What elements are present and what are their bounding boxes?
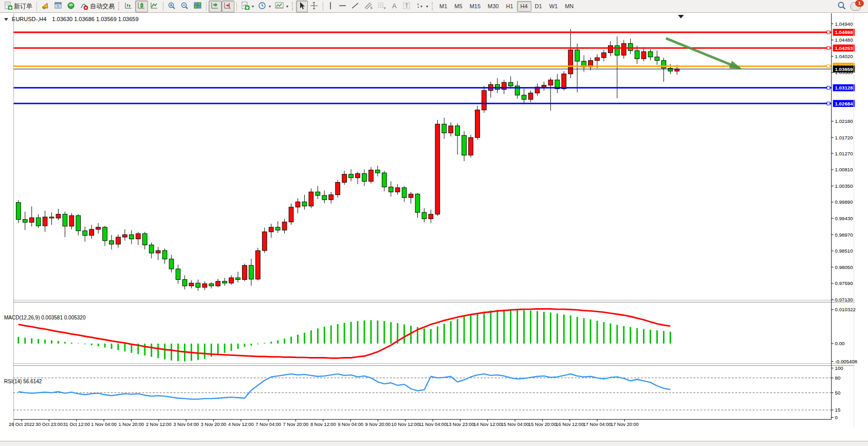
horn-button[interactable] (39, 1, 52, 12)
timeframe-mn-button[interactable]: MN (561, 1, 577, 12)
timeframe-m30-button[interactable]: M30 (484, 1, 502, 12)
candle (162, 248, 167, 264)
arrows-tool-button[interactable]: ▾ (413, 1, 430, 12)
new-order-button[interactable]: 新订单 (2, 1, 34, 12)
tile-windows-icon (193, 2, 202, 11)
date-tick-label: 17 Nov 20:00 (611, 422, 639, 427)
horizontal-line-object[interactable]: 1.04253 (13, 45, 855, 52)
cursor-button[interactable] (296, 1, 308, 12)
candle (409, 192, 413, 204)
price-tick-label: 0.97590 (835, 280, 854, 286)
candlestick-chart-button[interactable] (135, 1, 148, 12)
macd-axis-label: -0.005408 (835, 359, 858, 364)
candle (462, 131, 467, 161)
trend-arrow-annotation[interactable] (666, 38, 743, 69)
chart-title: EURUSD-,H4 1.03630 1.03686 1.03569 1.036… (4, 16, 139, 22)
timeframe-h4-button[interactable]: H4 (517, 1, 531, 12)
trendline-tool-button[interactable] (349, 1, 362, 12)
candle (302, 195, 307, 210)
chart-shift-marker-icon[interactable] (678, 15, 684, 19)
timeframe-d1-button[interactable]: D1 (531, 1, 546, 12)
candle (429, 209, 433, 223)
price-tick-label: 1.04020 (835, 53, 854, 59)
candle (49, 212, 54, 225)
candle (249, 259, 254, 286)
autotrading-button[interactable]: 自动交易 (78, 1, 117, 12)
horizontal-line-object[interactable]: 1.03128 (13, 84, 855, 92)
zoom-in-button[interactable] (165, 1, 178, 12)
price-tick-label: 1.00810 (835, 167, 854, 172)
candle (336, 180, 340, 198)
candle (362, 169, 367, 186)
svg-text:A: A (392, 2, 397, 10)
horizontal-line-object[interactable]: 1.04698 (13, 29, 855, 36)
candlestick-icon (137, 2, 146, 11)
candle (289, 204, 293, 225)
timeframe-m5-button[interactable]: M5 (451, 1, 466, 12)
horizontal-line-object[interactable]: 1.02684 (13, 100, 855, 107)
periods-button[interactable]: ▾ (256, 1, 273, 12)
candle (655, 50, 659, 64)
bar-chart-button[interactable] (122, 1, 135, 12)
dropdown-caret-icon: ▾ (252, 4, 254, 9)
date-tick-label: 9 Nov 20:00 (365, 422, 391, 427)
candle (329, 192, 334, 204)
line-chart-button[interactable] (148, 1, 161, 12)
crosshair-icon (310, 2, 319, 11)
price-badge-label: 1.02684 (835, 101, 854, 106)
date-axis[interactable]: 28 Oct 202230 Oct 23:0031 Oct 12:001 Nov… (9, 419, 639, 427)
zoom-out-button[interactable] (178, 1, 191, 12)
date-tick-label: 2 Nov 12:00 (146, 422, 172, 427)
candle (89, 225, 94, 239)
auto-scroll-icon (211, 2, 219, 11)
vertical-line-tool-button[interactable] (325, 1, 336, 12)
toolbar-grip (292, 2, 294, 10)
price-tick-label: 0.98510 (835, 248, 854, 254)
candle (542, 82, 546, 91)
candle (455, 123, 460, 154)
macd-pane[interactable]: 0.0103220.00-0.005408 (19, 307, 857, 364)
line-handle (827, 46, 830, 49)
candle (508, 77, 513, 89)
templates-button[interactable]: ▾ (273, 1, 290, 12)
text-tool-button[interactable]: A (389, 1, 400, 12)
market-watch-button[interactable] (52, 1, 65, 12)
toolbar-grip (118, 2, 121, 10)
text-label-tool-button[interactable]: T (400, 1, 413, 12)
candle (296, 198, 300, 213)
search-icon[interactable] (837, 1, 846, 12)
tile-windows-button[interactable] (191, 1, 204, 12)
candle (275, 221, 280, 233)
date-tick-label: 16 Nov 12:00 (556, 422, 584, 427)
new-order-icon (4, 2, 12, 11)
navigator-button[interactable] (65, 1, 78, 12)
candle (109, 235, 114, 249)
candle (149, 242, 154, 258)
chart-shift-button[interactable] (221, 1, 234, 12)
candle (316, 186, 320, 199)
candle (69, 213, 74, 229)
candle (36, 214, 41, 228)
timeframe-w1-button[interactable]: W1 (546, 1, 562, 12)
candle (389, 181, 393, 197)
notifications-icon[interactable]: 1 (851, 2, 861, 11)
candle (209, 282, 214, 289)
auto-scroll-button[interactable] (209, 1, 221, 12)
macd-axis-label: 0.010322 (835, 307, 856, 312)
candle (522, 89, 526, 103)
timeframe-m15-button[interactable]: M15 (466, 1, 484, 12)
crosshair-button[interactable] (308, 1, 321, 12)
indicators-button[interactable]: ▾ (239, 1, 256, 12)
candle (628, 39, 633, 54)
timeframe-m1-button[interactable]: M1 (436, 1, 451, 12)
channel-tool-button[interactable]: E (362, 1, 375, 12)
toolbar-separator (323, 2, 323, 11)
toolbar-separator (206, 2, 207, 11)
chart-canvas[interactable]: 1.046981.042531.037391.031281.026841.036… (0, 13, 868, 441)
horizontal-line-tool-button[interactable] (336, 1, 349, 12)
chart-collapse-icon[interactable] (4, 18, 8, 21)
timeframe-h1-button[interactable]: H1 (502, 1, 516, 12)
rsi-pane[interactable]: 1008050150 (13, 365, 844, 420)
candle (495, 78, 500, 93)
fibonacci-tool-button[interactable]: F (375, 1, 389, 12)
